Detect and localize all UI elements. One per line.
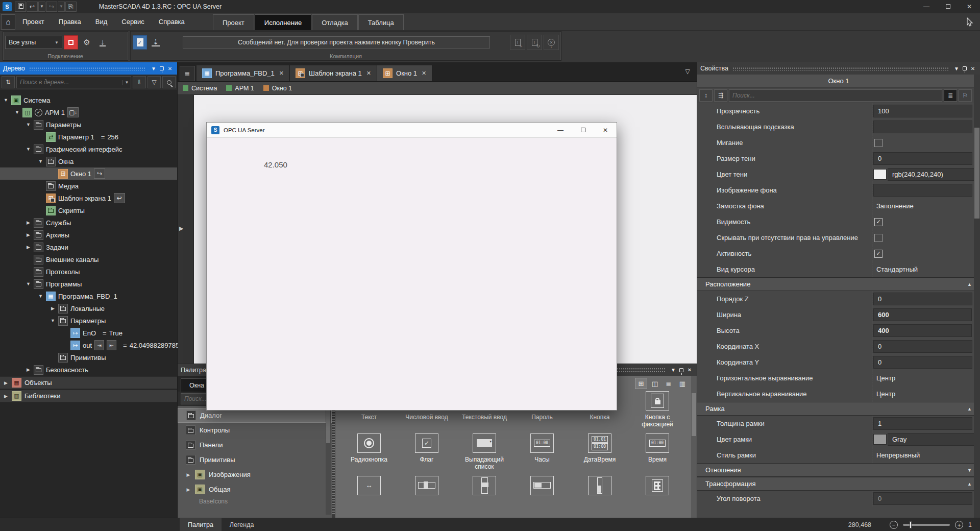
tree-row-primitives[interactable]: Примитивы xyxy=(0,351,177,364)
palette-item-time[interactable]: 01:00 Время xyxy=(630,433,685,471)
expander-open-icon[interactable]: ▼ xyxy=(38,159,43,164)
category-controls[interactable]: Контролы xyxy=(178,423,332,438)
redo-button[interactable]: ↪ xyxy=(46,2,57,12)
expander-closed-icon[interactable]: ▶ xyxy=(26,367,31,372)
list-view-icon[interactable]: ≣ xyxy=(663,378,675,389)
tree-row-external-channels[interactable]: Внешние каналы xyxy=(0,253,177,266)
undo-dropdown[interactable]: ▼ xyxy=(38,2,45,12)
coord-x-field[interactable] xyxy=(873,340,972,353)
frame-color-field[interactable] xyxy=(888,433,980,446)
section-objects[interactable]: ▶ ▦ Объекты xyxy=(0,376,177,389)
tree-row-arm1[interactable]: ▼ ◫ ✓ АРМ 1 ▢↓ xyxy=(0,106,177,118)
menu-help[interactable]: Справка xyxy=(152,13,192,30)
close-icon[interactable]: ✕ xyxy=(166,64,174,73)
pointer-tool-icon[interactable] xyxy=(965,16,976,28)
palette-item-clock[interactable]: 01:00 Часы xyxy=(514,433,570,471)
expand-panel-icon[interactable]: ▶ xyxy=(179,225,183,232)
blink-checkbox[interactable] xyxy=(874,139,883,147)
breadcrumb-arm1[interactable]: АРМ 1 xyxy=(226,85,254,92)
tab-table[interactable]: Таблица xyxy=(358,14,404,30)
background-tiling-value[interactable]: Заполнение xyxy=(872,202,914,210)
drag-handle[interactable] xyxy=(732,66,948,71)
section-transform[interactable]: Трансформация ▲ xyxy=(697,477,980,491)
tree-row-program-parameters[interactable]: ▼ Параметры xyxy=(0,315,177,327)
palette-item-toggle-button[interactable]: Кнопка с фиксацией xyxy=(630,391,685,428)
home-button[interactable]: ⌂ xyxy=(1,14,15,30)
tab-list-button[interactable]: ≣ xyxy=(180,66,195,81)
filter-button[interactable]: ▽ xyxy=(148,76,161,88)
expander-closed-icon[interactable]: ▶ xyxy=(186,487,191,492)
vertical-align-value[interactable]: Центр xyxy=(872,390,895,398)
chevron-down-icon[interactable]: ▼ xyxy=(150,64,158,73)
section-frame[interactable]: Рамка ▲ xyxy=(697,402,980,416)
palette-item-dropdown[interactable]: Выпадающий список xyxy=(457,433,512,471)
breadcrumb-system[interactable]: Система xyxy=(183,85,217,92)
coord-y-field[interactable] xyxy=(873,356,972,369)
sort-button[interactable]: ↕ xyxy=(699,89,713,102)
properties-scrollbar[interactable] xyxy=(974,75,980,518)
expander-open-icon[interactable]: ▼ xyxy=(26,147,31,152)
tree-row-locals[interactable]: ▶ Локальные xyxy=(0,302,177,315)
width-field[interactable] xyxy=(873,308,972,321)
save-button[interactable] xyxy=(15,2,26,12)
maximize-button[interactable] xyxy=(937,0,959,13)
minimize-button[interactable]: — xyxy=(916,0,937,13)
expander-open-icon[interactable]: ▼ xyxy=(38,294,43,299)
height-field[interactable] xyxy=(873,324,972,337)
frame-style-value[interactable]: Непрерывный xyxy=(872,451,920,459)
pin-icon[interactable] xyxy=(961,64,969,73)
section-libraries[interactable]: ▶ ▥ Библиотеки xyxy=(0,390,177,402)
tree-sync-button[interactable]: ⇅ xyxy=(2,76,15,88)
details-view-icon[interactable]: ▥ xyxy=(676,378,689,389)
palette-list-scrollbar[interactable] xyxy=(326,409,331,515)
horizontal-align-value[interactable]: Центр xyxy=(872,374,895,382)
menu-service[interactable]: Сервис xyxy=(114,13,152,30)
close-tab-icon[interactable]: ✕ xyxy=(422,70,426,77)
add-message-button[interactable]: !＋ xyxy=(510,35,525,50)
menu-project[interactable]: Проект xyxy=(15,13,52,30)
go-to-window-button[interactable]: ↪ xyxy=(94,168,105,179)
category-images[interactable]: ▶ ▣ Изображения xyxy=(178,467,332,482)
chevron-down-icon[interactable]: ▼ xyxy=(669,366,677,374)
tree-row-system[interactable]: ▼ ▣ Система xyxy=(0,94,177,106)
download-button[interactable]: ↓ xyxy=(95,35,110,50)
chevron-down-icon[interactable]: ▼ xyxy=(122,80,131,85)
palette-item-progressbar[interactable] xyxy=(514,476,570,498)
section-layout[interactable]: Расположение ▲ xyxy=(697,277,980,291)
search-button[interactable] xyxy=(162,76,176,88)
tree-row-parameter1[interactable]: ⇄ Параметр 1 = 256 xyxy=(0,131,177,143)
menu-edit[interactable]: Правка xyxy=(52,13,88,30)
hide-without-rights-checkbox[interactable] xyxy=(874,234,883,242)
tree-row-out[interactable]: ↦ out ⇥ ⇤ = 42.04988289785733 xyxy=(0,339,177,351)
clear-errors-button[interactable]: ✕↓ xyxy=(544,35,559,50)
zoom-in-button[interactable]: ＋ xyxy=(955,521,963,529)
tree-row-scripts[interactable]: Скрипты xyxy=(0,204,177,216)
chevron-down-icon[interactable]: ▼ xyxy=(952,64,961,73)
expander-closed-icon[interactable]: ▶ xyxy=(26,245,31,250)
background-image-field[interactable] xyxy=(873,184,972,197)
tree-row-eno[interactable]: ↦ EnO = True xyxy=(0,327,177,339)
opacity-field[interactable] xyxy=(873,105,972,117)
close-tab-icon[interactable]: ✕ xyxy=(366,70,371,77)
restart-layout-button[interactable]: ⎘ xyxy=(65,2,77,12)
large-icons-view-icon[interactable]: ⊞ xyxy=(635,378,647,389)
group-button[interactable]: ⇶ xyxy=(714,89,727,102)
tree-row-program-fbd1[interactable]: ▼ ▦ Программа_FBD_1 xyxy=(0,290,177,302)
nodes-selector[interactable]: Все узлы ▼ xyxy=(5,36,62,49)
redo-dropdown[interactable]: ▼ xyxy=(58,2,65,12)
menu-view[interactable]: Вид xyxy=(88,13,115,30)
visibility-checkbox[interactable]: ✓ xyxy=(874,218,883,226)
expander-closed-icon[interactable]: ▶ xyxy=(3,394,9,399)
close-icon[interactable]: ✕ xyxy=(685,366,694,374)
minimize-button[interactable]: — xyxy=(549,123,572,137)
tab-runtime[interactable]: Исполнение xyxy=(255,14,312,30)
frame-width-field[interactable] xyxy=(873,417,972,430)
maximize-button[interactable] xyxy=(572,123,594,137)
expander-open-icon[interactable]: ▼ xyxy=(3,98,9,103)
tree-row-parameters[interactable]: ▼ Параметры xyxy=(0,118,177,131)
palette-item-radiobutton[interactable]: Радиокнопка xyxy=(341,433,397,471)
rotation-angle-field[interactable] xyxy=(873,492,972,505)
cursor-type-value[interactable]: Стандартный xyxy=(872,266,918,273)
pin-icon[interactable] xyxy=(677,366,685,374)
expander-open-icon[interactable]: ▼ xyxy=(26,281,31,286)
